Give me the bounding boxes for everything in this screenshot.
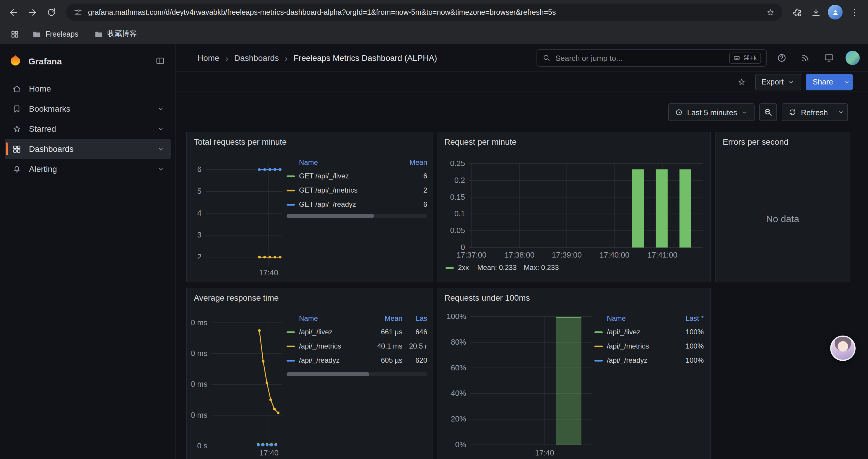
- chevron-down-icon[interactable]: [157, 104, 165, 113]
- brand-row: Grafana: [0, 49, 176, 73]
- panel-title[interactable]: Errors per second: [723, 137, 788, 146]
- svg-text:0.25: 0.25: [450, 159, 465, 168]
- downloads-button[interactable]: [807, 3, 825, 21]
- browser-menu-button[interactable]: [845, 3, 863, 21]
- dashboard-controls: Last 5 minutes Refresh: [176, 92, 868, 125]
- sidebar-item-dashboards[interactable]: Dashboards: [5, 139, 171, 159]
- zoom-out-button[interactable]: [760, 103, 777, 121]
- back-button[interactable]: [5, 3, 23, 21]
- legend-column-mean[interactable]: Mean: [363, 314, 402, 323]
- sidebar-item-home[interactable]: Home: [5, 78, 171, 99]
- legend-row[interactable]: GET /api/_/metrics2: [286, 183, 427, 197]
- forward-button[interactable]: [24, 3, 41, 21]
- search-box[interactable]: ⌘+k: [536, 49, 767, 67]
- refresh-button[interactable]: Refresh: [782, 103, 834, 121]
- grafana-logo-icon[interactable]: [8, 54, 23, 68]
- chevron-down-icon[interactable]: [157, 125, 165, 133]
- legend-row[interactable]: /api/_/readyz605 µs620: [286, 353, 427, 367]
- help-button[interactable]: [773, 49, 790, 67]
- legend-column-name[interactable]: Name: [286, 158, 400, 167]
- breadcrumb: Home›Dashboards›Freeleaps Metrics Dashbo…: [197, 53, 531, 63]
- sidebar-item-alerting[interactable]: Alerting: [5, 159, 171, 179]
- legend-max: Max: 0.233: [524, 263, 559, 272]
- legend-row[interactable]: /api/_/livez661 µs646: [286, 325, 427, 339]
- time-series-chart[interactable]: 80 ms60 ms40 ms20 ms0 s17:40: [191, 312, 285, 459]
- extensions-button[interactable]: [788, 3, 806, 21]
- refresh-interval-button[interactable]: [834, 103, 848, 121]
- series-value: 605 µs: [363, 356, 402, 364]
- bar-chart[interactable]: 100%80%60%40%20%0%17:40: [443, 312, 597, 459]
- dashboard-subheader: Export Share: [176, 72, 868, 92]
- panel-title[interactable]: Request per minute: [444, 137, 517, 146]
- panel-title[interactable]: Average response time: [194, 293, 279, 302]
- panel-title[interactable]: Requests under 100ms: [444, 293, 530, 302]
- news-button[interactable]: [797, 49, 814, 67]
- legend-row[interactable]: GET /api/_/livez6: [286, 169, 427, 183]
- share-menu-button[interactable]: [840, 73, 852, 90]
- series-name[interactable]: 2xx: [458, 263, 469, 272]
- series-name: GET /api/_/metrics: [299, 186, 400, 194]
- site-settings-icon[interactable]: [73, 7, 83, 17]
- series-name: /api/_/metrics: [299, 342, 363, 350]
- scrollbar-thumb[interactable]: [286, 214, 374, 218]
- time-range-picker[interactable]: Last 5 minutes: [668, 103, 755, 121]
- breadcrumb-item[interactable]: Home: [197, 53, 219, 63]
- legend-table-header: NameLast *: [594, 312, 704, 325]
- bookmark-items: Freeleaps收藏博客: [28, 26, 140, 42]
- sidebar-nav: HomeBookmarksStarredDashboardsAlerting: [0, 73, 176, 179]
- search-input[interactable]: [555, 54, 724, 62]
- bookmark-folder[interactable]: 收藏博客: [90, 26, 140, 42]
- reload-icon: [46, 7, 57, 18]
- assistant-avatar[interactable]: [830, 335, 856, 361]
- legend-table-header: NameMeanLas: [286, 312, 427, 325]
- svg-text:17:41:00: 17:41:00: [648, 251, 677, 259]
- series-swatch: [286, 175, 295, 177]
- bookmark-star-icon[interactable]: [766, 7, 775, 17]
- series-value: 100%: [672, 328, 704, 336]
- sidebar-item-bookmarks[interactable]: Bookmarks: [5, 99, 171, 119]
- download-icon: [811, 7, 821, 18]
- browser-toolbar: [0, 0, 868, 24]
- svg-text:0.15: 0.15: [450, 193, 465, 201]
- export-button[interactable]: Export: [755, 73, 801, 90]
- breadcrumb-separator: ›: [285, 53, 288, 63]
- undock-menu-button[interactable]: [152, 53, 168, 69]
- legend-column-mean[interactable]: Mean: [400, 158, 427, 167]
- sidebar-item-starred[interactable]: Starred: [5, 119, 171, 139]
- breadcrumb-item[interactable]: Dashboards: [234, 53, 279, 63]
- svg-text:17:40: 17:40: [259, 448, 279, 457]
- time-series-chart[interactable]: 6543217:40: [191, 157, 285, 281]
- legend-row[interactable]: GET /api/_/readyz6: [286, 197, 427, 211]
- address-bar[interactable]: [66, 4, 782, 21]
- legend-scrollbar[interactable]: [286, 372, 427, 376]
- legend-row[interactable]: /api/_/readyz100%: [594, 353, 704, 367]
- favorite-dashboard-button[interactable]: [733, 73, 750, 91]
- display-button[interactable]: [820, 49, 838, 67]
- share-button[interactable]: Share: [806, 73, 840, 90]
- legend-scrollbar[interactable]: [286, 214, 427, 218]
- sidebar-item-label: Alerting: [29, 164, 150, 174]
- reload-button[interactable]: [42, 3, 60, 21]
- sidebar-item-label: Bookmarks: [29, 104, 150, 113]
- legend-column-last[interactable]: Last *: [672, 314, 704, 323]
- url-input[interactable]: [88, 8, 761, 16]
- legend-row[interactable]: /api/_/livez100%: [594, 325, 704, 339]
- sidebar-item-label: Dashboards: [29, 144, 150, 154]
- browser-profile-avatar[interactable]: [828, 5, 843, 20]
- scrollbar-thumb[interactable]: [286, 372, 370, 376]
- legend-table: NameLast */api/_/livez100%/api/_/metrics…: [594, 312, 704, 367]
- breadcrumb-item[interactable]: Freeleaps Metrics Dashboard (ALPHA): [294, 53, 437, 63]
- legend-row[interactable]: /api/_/metrics40.1 ms20.5 r: [286, 339, 427, 353]
- chevron-down-icon[interactable]: [157, 145, 165, 153]
- bookmark-folder[interactable]: Freeleaps: [28, 26, 82, 42]
- person-icon: [831, 8, 839, 16]
- bar-chart[interactable]: 0.250.20.150.10.05017:37:0017:38:0017:39…: [443, 157, 706, 263]
- legend-column-las[interactable]: Las: [402, 314, 427, 323]
- user-avatar[interactable]: [845, 51, 860, 65]
- legend-column-name[interactable]: Name: [594, 314, 672, 323]
- legend-row[interactable]: /api/_/metrics100%: [594, 339, 704, 353]
- apps-shortcut-button[interactable]: [6, 25, 24, 43]
- panel-title[interactable]: Total requests per minute: [194, 137, 286, 146]
- legend-column-name[interactable]: Name: [286, 314, 363, 323]
- chevron-down-icon[interactable]: [157, 165, 165, 173]
